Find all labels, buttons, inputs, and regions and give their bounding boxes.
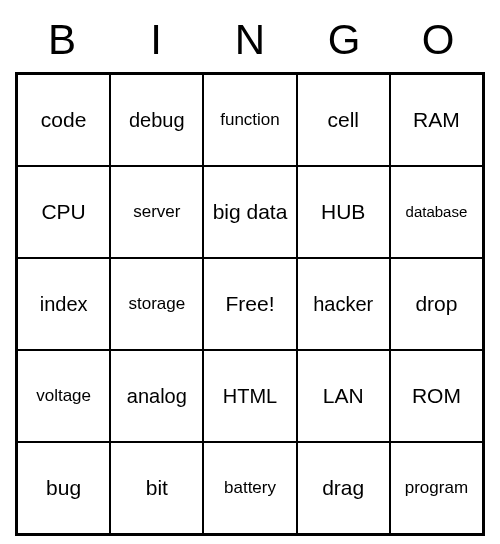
bingo-cell[interactable]: RAM — [390, 74, 483, 166]
bingo-cell[interactable]: server — [110, 166, 203, 258]
bingo-cell[interactable]: cell — [297, 74, 390, 166]
grid-row: bugbitbatterydragprogram — [17, 442, 483, 534]
bingo-cell[interactable]: index — [17, 258, 110, 350]
bingo-cell[interactable]: function — [203, 74, 296, 166]
bingo-cell[interactable]: analog — [110, 350, 203, 442]
bingo-cell[interactable]: Free! — [203, 258, 296, 350]
grid-row: CPUserverbig dataHUBdatabase — [17, 166, 483, 258]
bingo-cell[interactable]: HTML — [203, 350, 296, 442]
bingo-cell[interactable]: storage — [110, 258, 203, 350]
bingo-cell[interactable]: bug — [17, 442, 110, 534]
bingo-cell[interactable]: bit — [110, 442, 203, 534]
header-letter-b: B — [15, 16, 109, 64]
bingo-cell[interactable]: code — [17, 74, 110, 166]
bingo-cell[interactable]: battery — [203, 442, 296, 534]
bingo-cell[interactable]: ROM — [390, 350, 483, 442]
bingo-cell[interactable]: big data — [203, 166, 296, 258]
bingo-cell[interactable]: drop — [390, 258, 483, 350]
header-letter-i: I — [109, 16, 203, 64]
bingo-cell[interactable]: HUB — [297, 166, 390, 258]
grid-row: indexstorageFree!hackerdrop — [17, 258, 483, 350]
bingo-cell[interactable]: drag — [297, 442, 390, 534]
bingo-grid: codedebugfunctioncellRAMCPUserverbig dat… — [15, 72, 485, 536]
bingo-cell[interactable]: debug — [110, 74, 203, 166]
header-letter-g: G — [297, 16, 391, 64]
bingo-cell[interactable]: hacker — [297, 258, 390, 350]
bingo-cell[interactable]: database — [390, 166, 483, 258]
bingo-cell[interactable]: CPU — [17, 166, 110, 258]
header-letter-n: N — [203, 16, 297, 64]
bingo-cell[interactable]: LAN — [297, 350, 390, 442]
bingo-cell[interactable]: program — [390, 442, 483, 534]
grid-row: codedebugfunctioncellRAM — [17, 74, 483, 166]
bingo-header: B I N G O — [15, 16, 485, 64]
bingo-cell[interactable]: voltage — [17, 350, 110, 442]
grid-row: voltageanalogHTMLLANROM — [17, 350, 483, 442]
header-letter-o: O — [391, 16, 485, 64]
